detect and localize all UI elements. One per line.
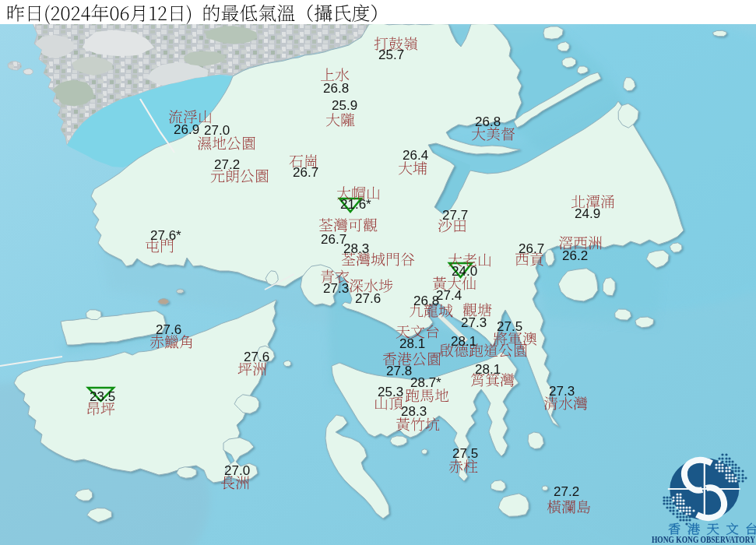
svg-text:27.6: 27.6 [355,291,381,306]
svg-text:27.3: 27.3 [461,315,487,330]
svg-text:28.3: 28.3 [401,404,427,419]
svg-text:27.4: 27.4 [436,288,462,303]
svg-text:27.8: 27.8 [386,364,412,378]
svg-text:27.0: 27.0 [204,123,230,138]
svg-text:27.3: 27.3 [323,281,349,296]
svg-text:27.6: 27.6 [244,350,269,364]
svg-text:28.1: 28.1 [399,336,425,351]
svg-text:26.2: 26.2 [562,248,588,263]
svg-text:25.9: 25.9 [332,98,357,113]
svg-text:27.5: 27.5 [497,319,522,334]
svg-text:26.8: 26.8 [413,294,439,308]
svg-text:26.4: 26.4 [403,148,428,163]
svg-text:23.5: 23.5 [90,389,115,404]
svg-text:26.7: 26.7 [293,165,318,180]
svg-text:28.1: 28.1 [475,362,501,377]
svg-text:27.5: 27.5 [452,446,478,461]
svg-text:28.1: 28.1 [451,334,476,349]
svg-text:25.7: 25.7 [378,47,404,62]
svg-text:26.9: 26.9 [174,122,199,137]
svg-text:28.3: 28.3 [343,241,369,256]
svg-text:27.0: 27.0 [224,463,250,478]
svg-text:24.9: 24.9 [575,206,600,221]
svg-text:HONG KONG OBSERVATORY: HONG KONG OBSERVATORY [652,535,756,544]
svg-text:26.8: 26.8 [475,114,501,129]
svg-text:26.7: 26.7 [519,241,544,256]
svg-text:21.6*: 21.6* [340,197,371,212]
svg-text:27.7: 27.7 [442,208,468,223]
svg-text:26.8: 26.8 [323,81,349,96]
svg-text:27.6*: 27.6* [150,228,181,243]
svg-text:27.2: 27.2 [214,157,240,172]
svg-text:24.0: 24.0 [452,264,477,279]
svg-text:25.3: 25.3 [378,385,403,399]
svg-text:27.3: 27.3 [549,384,575,399]
svg-text:27.6: 27.6 [156,322,181,337]
svg-text:27.2: 27.2 [554,484,579,499]
svg-text:28.7*: 28.7* [410,375,441,390]
